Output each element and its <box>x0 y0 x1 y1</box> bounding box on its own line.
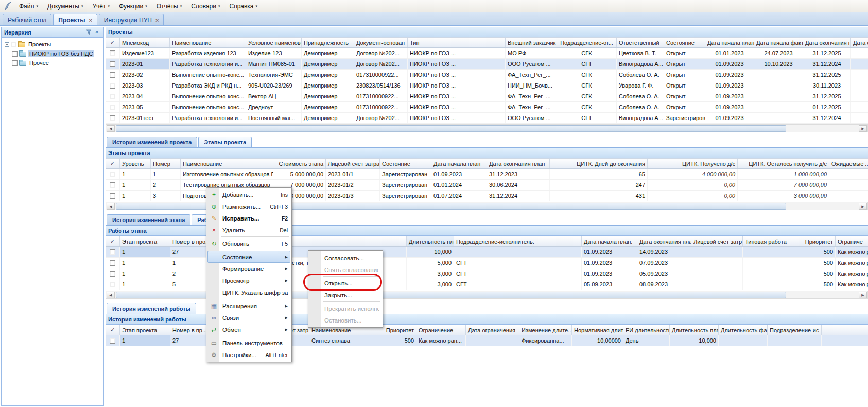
scroll-right-icon[interactable]: ▶ <box>859 125 867 132</box>
menu-item[interactable]: Согласовать... <box>309 252 381 264</box>
menubar-item[interactable]: Документы▾ <box>43 1 88 11</box>
column-header[interactable]: Состояние <box>380 159 431 168</box>
column-header[interactable]: ✓ <box>106 38 120 47</box>
column-header[interactable]: Условное наименова: <box>246 38 302 47</box>
menu-item[interactable]: Закрыть... <box>309 289 381 301</box>
scroll-left-icon[interactable]: ◀ <box>107 125 115 132</box>
scroll-left-icon[interactable]: ◀ <box>107 203 115 210</box>
row-checkbox[interactable] <box>110 182 115 188</box>
section-tab[interactable]: История изменений проекта <box>107 137 197 147</box>
scroll-thumb[interactable] <box>116 125 786 132</box>
column-header[interactable]: Ожидаемые ... <box>829 159 868 168</box>
section-tab[interactable]: История изменений работы <box>107 303 196 314</box>
column-header[interactable]: Дата окончания ф <box>851 38 868 47</box>
column-header[interactable]: Подразделение-от... <box>557 38 617 47</box>
menu-item[interactable]: ⊕Размножить...Ctrl+F3 <box>207 200 290 212</box>
column-header[interactable]: ✓ <box>106 236 120 246</box>
menubar-item[interactable]: Файл▾ <box>14 1 43 11</box>
tree-checkbox[interactable] <box>11 42 16 47</box>
row-checkbox[interactable] <box>110 260 115 266</box>
section-tab[interactable]: История изменений этапа <box>107 214 190 225</box>
window-tab[interactable]: Проекты× <box>53 14 97 25</box>
column-header[interactable]: Дата начала факт. <box>754 38 803 47</box>
table-row[interactable]: 2023-03Разработка ЭКД и РКД н...905-U020… <box>106 80 868 91</box>
tree-item[interactable]: НИОКР по ГОЗ без НДС <box>2 49 103 58</box>
row-checkbox[interactable] <box>110 282 115 287</box>
menu-item[interactable]: ЦИТК. Указать шифр затрат... <box>207 286 290 298</box>
column-header[interactable]: ЕИ длительности <box>623 325 670 335</box>
tree-checkbox[interactable] <box>12 60 18 66</box>
column-header[interactable]: Дата ограничения <box>466 325 519 335</box>
tree-item[interactable]: −Проекты <box>2 40 103 49</box>
column-header[interactable]: Ограниче <box>836 236 868 246</box>
row-checkbox[interactable] <box>110 50 115 56</box>
menubar-item[interactable]: Функции▾ <box>114 1 152 11</box>
column-header[interactable]: Номер в пр... <box>170 325 212 335</box>
column-header[interactable]: Лицевой счёт затр <box>691 236 743 246</box>
menu-item[interactable]: Состояние▶ <box>207 251 290 263</box>
table-row[interactable]: 2023-02Выполнение опытно-конс...Технолог… <box>106 70 868 80</box>
column-header[interactable]: Уровень <box>120 159 151 168</box>
tree-checkbox[interactable] <box>12 51 18 57</box>
column-header[interactable]: Мнемокод <box>120 38 170 47</box>
menu-item[interactable]: Открыть... <box>309 277 381 289</box>
column-header[interactable]: Состояние <box>664 38 705 47</box>
row-checkbox[interactable] <box>110 249 115 255</box>
menu-item[interactable]: ▭Панель инструментов <box>207 337 290 349</box>
column-header[interactable]: Лицевой счёт затрат <box>326 159 380 168</box>
column-header[interactable]: Документ-основан <box>354 38 408 47</box>
table-row[interactable]: 11Изготовление опытных образцов ПМ0...5 … <box>106 169 868 180</box>
column-header[interactable]: Изменение длите... <box>519 325 572 335</box>
menu-item[interactable]: +Добавить...Ins <box>207 189 290 200</box>
menu-item[interactable]: Формирование▶ <box>207 263 290 275</box>
table-row[interactable]: 2023-01Разработка технологии и...Магнит … <box>106 59 868 70</box>
window-tab[interactable]: Рабочий стол <box>3 14 51 25</box>
menubar-item[interactable]: Справка▾ <box>224 1 262 11</box>
menubar-item[interactable]: Словари▾ <box>186 1 224 11</box>
menu-item[interactable]: ⚙Настройки...Alt+Enter <box>207 349 290 361</box>
column-header[interactable]: Дата окончания план <box>487 159 550 168</box>
column-header[interactable] <box>822 325 868 335</box>
column-header[interactable]: ЦИТК. Получено д/с <box>648 159 738 168</box>
column-header[interactable]: Принадлежность <box>302 38 354 47</box>
filter-icon[interactable] <box>84 28 93 36</box>
column-header[interactable]: Этап проекта <box>120 236 170 246</box>
row-checkbox[interactable] <box>110 72 115 78</box>
row-checkbox[interactable] <box>110 338 115 344</box>
menu-item[interactable]: ⇄Обмен▶ <box>207 324 290 335</box>
menubar-item[interactable]: Отчёты▾ <box>152 1 186 11</box>
tree-expander-icon[interactable]: − <box>5 42 9 47</box>
menu-item[interactable]: ✎Исправить...F2 <box>207 212 290 224</box>
section-tab[interactable]: Этапы проекта <box>198 137 252 147</box>
table-row[interactable]: 2023-05Выполнение опытно-конс...Дредноут… <box>106 102 868 113</box>
column-header[interactable]: Внешний заказчик <box>506 38 557 47</box>
column-header[interactable]: Длительность пла <box>670 325 719 335</box>
column-header[interactable]: Ответственный <box>617 38 664 47</box>
row-checkbox[interactable] <box>110 115 115 121</box>
column-header[interactable]: Наименование <box>181 159 273 168</box>
column-header[interactable]: Тип <box>408 38 506 47</box>
scroll-right-icon[interactable]: ▶ <box>859 292 867 298</box>
column-header[interactable]: Длительность фак <box>719 325 768 335</box>
scroll-left-icon[interactable]: ◀ <box>107 292 115 298</box>
row-checkbox[interactable] <box>110 172 115 177</box>
column-header[interactable]: Приоритет <box>794 236 836 246</box>
column-header[interactable]: Длительность план ▼ <box>407 236 454 246</box>
table-row[interactable]: 2023-01тестРазработка технологии и...Пос… <box>106 113 868 124</box>
column-header[interactable]: Дата окончания пл <box>803 38 851 47</box>
scroll-right-icon[interactable]: ▶ <box>859 203 867 210</box>
column-header[interactable]: Подразделение-ис <box>768 325 822 335</box>
tab-close-icon[interactable]: × <box>89 18 92 23</box>
row-checkbox[interactable] <box>110 61 115 67</box>
column-header[interactable]: Дата окончания план <box>637 236 691 246</box>
menu-item[interactable]: Просмотр▶ <box>207 275 290 286</box>
table-row[interactable]: 2023-04Выполнение опытно-конс...Вектор-А… <box>106 91 868 102</box>
window-tab[interactable]: Инструкции ПУП× <box>99 14 164 25</box>
table-row[interactable]: Изделие123Разработка изделия 123Изделие-… <box>106 48 868 59</box>
column-header[interactable]: Наименование <box>170 38 246 47</box>
column-header[interactable]: Стоимость этапа <box>273 159 326 168</box>
collapse-panel-icon[interactable]: « <box>93 28 101 36</box>
tab-close-icon[interactable]: × <box>155 18 159 23</box>
column-header[interactable]: Дата начала план. <box>705 38 754 47</box>
menu-item[interactable]: ×УдалитьDel <box>207 224 290 236</box>
